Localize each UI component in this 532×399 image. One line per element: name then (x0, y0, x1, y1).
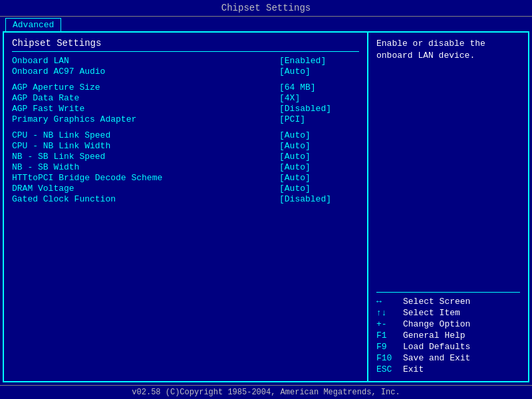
setting-gated-clock[interactable]: Gated Clock Function [Disabled] (12, 194, 359, 204)
key-select-screen: ↔ Select Screen (376, 297, 520, 307)
title-text: Chipset Settings (221, 3, 311, 13)
help-text: Enable or disable the onboard LAN device… (376, 38, 520, 62)
setting-nb-sb-width[interactable]: NB - SB Width [Auto] (12, 162, 359, 172)
right-panel: Enable or disable the onboard LAN device… (368, 33, 528, 381)
setting-agp-aperture[interactable]: AGP Aperture Size [64 MB] (12, 82, 359, 92)
title-bar: Chipset Settings (0, 0, 532, 17)
setting-primary-graphics[interactable]: Primary Graphics Adapter [PCI] (12, 114, 359, 124)
setting-nb-sb-link-speed[interactable]: NB - SB Link Speed [Auto] (12, 152, 359, 162)
key-general-help: F1 General Help (376, 331, 520, 340)
key-change-option: +- Change Option (376, 319, 520, 329)
key-load-defaults: F9 Load Defaults (376, 342, 520, 352)
setting-cpu-nb-link-speed[interactable]: CPU - NB Link Speed [Auto] (12, 130, 359, 140)
bios-screen: Chipset Settings Advanced Chipset Settin… (0, 0, 532, 399)
setting-agp-data-rate[interactable]: AGP Data Rate [4X] (12, 93, 359, 103)
setting-agp-fast-write[interactable]: AGP Fast Write [Disabled] (12, 104, 359, 114)
setting-cpu-nb-link-width[interactable]: CPU - NB Link Width [Auto] (12, 141, 359, 151)
left-panel: Chipset Settings Onboard LAN [Enabled] O… (4, 33, 368, 381)
panel-title: Chipset Settings (12, 38, 359, 52)
tab-bar: Advanced (0, 17, 532, 31)
key-esc-exit: ESC Exit (376, 364, 520, 374)
key-save-exit: F10 Save and Exit (376, 353, 520, 363)
footer: v02.58 (C)Copyright 1985-2004, American … (0, 385, 532, 399)
setting-dram-voltage[interactable]: DRAM Voltage [Auto] (12, 184, 359, 194)
footer-text: v02.58 (C)Copyright 1985-2004, American … (132, 388, 400, 397)
key-help: ↔ Select Screen ↑↓ Select Item +- Change… (376, 292, 520, 376)
main-content: Chipset Settings Onboard LAN [Enabled] O… (3, 31, 529, 382)
setting-onboard-lan[interactable]: Onboard LAN [Enabled] (12, 56, 359, 66)
setting-httopci-bridge[interactable]: HTTtoPCI Bridge Decode Scheme [Auto] (12, 173, 359, 183)
key-select-item: ↑↓ Select Item (376, 308, 520, 318)
setting-onboard-ac97[interactable]: Onboard AC97 Audio [Auto] (12, 66, 359, 76)
advanced-tab[interactable]: Advanced (5, 18, 61, 31)
